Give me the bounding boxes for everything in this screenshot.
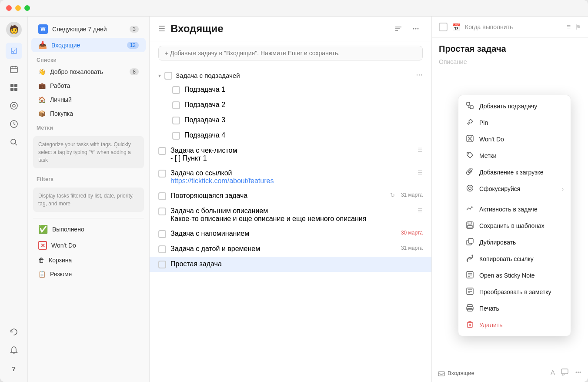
subtask-1[interactable]: Подзадача 1 (150, 82, 431, 97)
delete-icon (465, 321, 474, 329)
activity-icon (465, 205, 474, 214)
shopping-icon: 📦 (38, 110, 46, 117)
main-content: ☰ Входящие ▾ Зад (150, 17, 431, 382)
help-icon[interactable]: ? (6, 360, 22, 377)
subtask-3[interactable]: Подзадача 3 (150, 113, 431, 128)
task-datetime-date: 31 марта (401, 245, 423, 251)
wont-do-ctx-icon (465, 135, 474, 144)
sidebar-item-welcome[interactable]: 👋 Добро пожаловать 8 (31, 65, 146, 78)
rp-description[interactable]: Описание (432, 57, 588, 70)
task-big-desc[interactable]: Задача с большим описанием Какое-то опис… (150, 204, 431, 226)
svg-rect-4 (10, 84, 13, 87)
more-icon[interactable] (409, 22, 423, 36)
task-link-checkbox[interactable] (158, 170, 166, 178)
subtask-4-checkbox[interactable] (172, 132, 180, 140)
maximize-button[interactable] (24, 5, 30, 11)
ctx-convert-note[interactable]: Преобразовать в заметку (458, 284, 571, 300)
filters-info-box: Display tasks filtered by list, date, pr… (33, 188, 144, 212)
titlebar (0, 0, 588, 17)
sidebar-item-trash[interactable]: 🗑 Корзина (31, 254, 146, 267)
ctx-focus[interactable]: Сфокусируйся › (458, 181, 571, 197)
task-reminder-checkbox[interactable] (158, 230, 166, 238)
rp-more-icon[interactable] (575, 369, 582, 378)
calendar-icon[interactable] (6, 61, 22, 77)
task-checklist-checkbox[interactable] (158, 147, 166, 155)
home-icon[interactable]: ☑ (6, 43, 22, 59)
sidebar-item-work[interactable]: 💼 Работа (31, 79, 146, 92)
subtask-2-checkbox[interactable] (172, 101, 180, 109)
close-button[interactable] (6, 5, 12, 11)
ctx-print-label: Печать (479, 305, 564, 312)
subtask-4[interactable]: Подзадача 4 (150, 128, 431, 143)
task-big-desc-checkbox[interactable] (158, 208, 166, 215)
main-header: ☰ Входящие (150, 17, 431, 41)
sync-icon[interactable] (6, 324, 22, 340)
apps-icon[interactable] (6, 79, 22, 96)
subtask-1-checkbox[interactable] (172, 86, 180, 94)
task-datetime[interactable]: Задача с датой и временем 31 марта (150, 241, 431, 257)
task-group-header[interactable]: ▾ Задача с подзадачей (150, 69, 431, 82)
ctx-attach[interactable]: Добавление к загрузке (458, 164, 571, 181)
subtask-3-checkbox[interactable] (172, 117, 180, 124)
subtask-4-body: Подзадача 4 (184, 131, 423, 139)
subtask-2-label: Подзадача 2 (184, 101, 225, 108)
svg-point-56 (580, 372, 581, 373)
ctx-sticky-note[interactable]: Open as Sticky Note (458, 267, 571, 284)
group-checkbox[interactable] (164, 72, 172, 80)
ctx-copy-link[interactable]: Копировать ссылку (458, 251, 571, 267)
task-repeat-checkbox[interactable] (158, 192, 166, 200)
rp-title-row: Простая задача (432, 38, 588, 57)
minimize-button[interactable] (15, 5, 21, 11)
task-simple-checkbox[interactable] (158, 261, 166, 268)
ctx-print[interactable]: Печать (458, 300, 571, 317)
sidebar-item-personal[interactable]: 🏠 Личный (31, 93, 146, 106)
bell-icon[interactable] (6, 342, 22, 359)
sort-icon[interactable] (391, 22, 405, 36)
svg-point-55 (578, 372, 579, 373)
ctx-wont-do[interactable]: Won't Do (458, 131, 571, 147)
svg-rect-21 (421, 74, 422, 76)
sidebar-item-completed[interactable]: ✅ Выполнено (31, 221, 146, 237)
ctx-pin[interactable]: Pin (458, 114, 571, 131)
ctx-add-subtask[interactable]: Добавить подзадачу (458, 98, 571, 114)
add-task-input[interactable] (158, 46, 423, 60)
sidebar-item-wont-do[interactable]: ✕ Won't Do (31, 238, 146, 253)
task-repeat-name: Повторяющаяся задача (170, 192, 386, 200)
rp-comment-icon[interactable] (561, 369, 568, 378)
task-reminder-body: Задача с напоминанием (170, 230, 397, 238)
sidebar-item-next7-badge: 3 (130, 26, 139, 33)
add-task-bar (150, 41, 431, 65)
ctx-tags[interactable]: Метки (458, 147, 571, 164)
focus-arrow-icon: › (562, 186, 564, 192)
ctx-duplicate-label: Дублировать (479, 239, 564, 246)
task-simple[interactable]: Простая задача (150, 257, 431, 272)
subtask-2[interactable]: Подзадача 2 (150, 97, 431, 113)
search-icon[interactable] (6, 134, 22, 151)
task-datetime-checkbox[interactable] (158, 245, 166, 253)
list-icon[interactable]: ☰ (158, 24, 165, 34)
ctx-save-template[interactable]: Сохранить в шаблонах (458, 218, 571, 234)
sidebar-item-shopping[interactable]: 📦 Покупка (31, 107, 146, 120)
sidebar-item-inbox[interactable]: 📥 Входящие 12 (31, 38, 146, 52)
svg-rect-22 (467, 102, 470, 105)
task-reminder[interactable]: Задача с напоминанием 30 марта (150, 226, 431, 241)
icon-bar-bottom: ? (6, 324, 22, 382)
rp-task-checkbox[interactable] (439, 23, 448, 31)
task-checklist[interactable]: Задача с чек-листом - [ ] Пункт 1 ☰ (150, 143, 431, 166)
rp-flag-icon[interactable]: ⚑ (575, 23, 581, 31)
sidebar-item-next7[interactable]: W Следующие 7 дней 3 (31, 21, 146, 37)
focus-icon[interactable] (6, 97, 22, 114)
task-repeat[interactable]: Повторяющаяся задача ↻ 31 марта (150, 188, 431, 204)
ctx-activity[interactable]: Активность в задаче (458, 201, 571, 218)
task-link[interactable]: Задача со ссылкой https://ticktick.com/a… (150, 166, 431, 188)
ctx-delete[interactable]: Удалить (458, 317, 571, 333)
rp-menu-icon[interactable]: ≡ (567, 23, 571, 31)
rp-format-icon[interactable]: A (551, 369, 555, 378)
history-icon[interactable] (6, 116, 22, 132)
svg-rect-6 (10, 88, 13, 91)
ctx-duplicate[interactable]: Дублировать (458, 234, 571, 251)
sidebar-item-summary[interactable]: 📋 Резюме (31, 268, 146, 281)
lists-section-title: Списки (28, 53, 149, 65)
ctx-add-subtask-label: Добавить подзадачу (479, 103, 564, 110)
avatar[interactable]: 🧑 (6, 22, 22, 37)
